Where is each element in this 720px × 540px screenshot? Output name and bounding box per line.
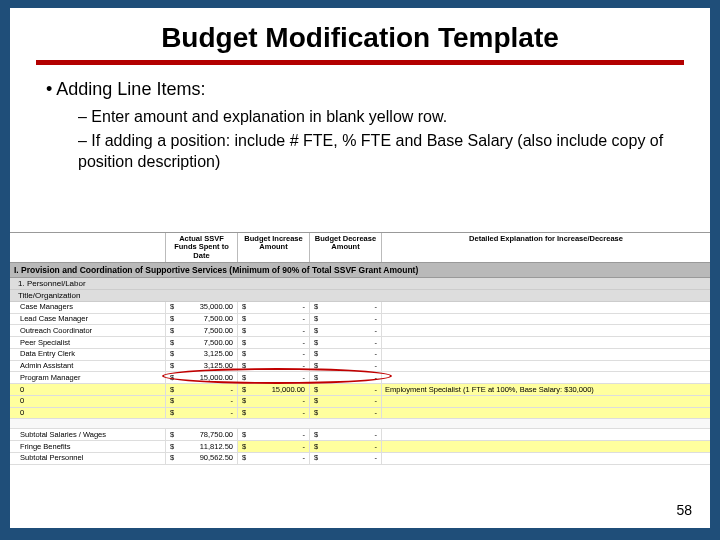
table-row-yellow: 0$-$-$- bbox=[10, 408, 710, 420]
subtotal-b: $- bbox=[238, 429, 310, 440]
row-label: Admin Assistant bbox=[10, 361, 166, 372]
subtotal-personnel-row: Subtotal Personnel $90,562.50 $- $- bbox=[10, 453, 710, 465]
table-row: Peer Specialist$7,500.00$-$- bbox=[10, 337, 710, 349]
table-row: Case Managers$35,000.00$-$- bbox=[10, 302, 710, 314]
fringe-c: $- bbox=[310, 441, 382, 452]
row-explanation bbox=[382, 314, 710, 325]
table-row: Outreach Coordinator$7,500.00$-$- bbox=[10, 325, 710, 337]
cell: $- bbox=[238, 361, 310, 372]
row-explanation bbox=[382, 396, 710, 407]
cell: $- bbox=[310, 337, 382, 348]
row-explanation bbox=[382, 337, 710, 348]
cell: $- bbox=[166, 408, 238, 419]
slide: Budget Modification Template Adding Line… bbox=[10, 8, 710, 528]
bullet-level2-a: Enter amount and explanation in blank ye… bbox=[78, 106, 674, 128]
row-label: 0 bbox=[10, 396, 166, 407]
cell: $- bbox=[310, 325, 382, 336]
table-row: Data Entry Clerk$3,125.00$-$- bbox=[10, 349, 710, 361]
cell: $7,500.00 bbox=[166, 314, 238, 325]
row-explanation bbox=[382, 302, 710, 313]
row-explanation: Employment Specialist (1 FTE at 100%, Ba… bbox=[382, 384, 710, 395]
cell: $3,125.00 bbox=[166, 349, 238, 360]
row-label: 0 bbox=[10, 408, 166, 419]
group-title-org: Title/Organization bbox=[10, 290, 710, 302]
fringe-label: Fringe Benefits bbox=[10, 441, 166, 452]
spreadsheet: Actual SSVF Funds Spent to Date Budget I… bbox=[10, 232, 710, 465]
header-decrease: Budget Decrease Amount bbox=[310, 233, 382, 262]
cell: $7,500.00 bbox=[166, 325, 238, 336]
row-explanation bbox=[382, 361, 710, 372]
title-underline bbox=[36, 60, 684, 65]
row-label: Lead Case Manager bbox=[10, 314, 166, 325]
bullet-list: Adding Line Items: Enter amount and expl… bbox=[10, 79, 710, 173]
cell: $- bbox=[310, 396, 382, 407]
row-explanation bbox=[382, 325, 710, 336]
cell: $- bbox=[238, 372, 310, 383]
cell: $- bbox=[238, 325, 310, 336]
subtotal-label: Subtotal Salaries / Wages bbox=[10, 429, 166, 440]
subtotal-salaries-row: Subtotal Salaries / Wages $78,750.00 $- … bbox=[10, 429, 710, 441]
cell: $- bbox=[310, 408, 382, 419]
subtotal-personnel-label: Subtotal Personnel bbox=[10, 453, 166, 464]
cell: $- bbox=[310, 384, 382, 395]
cell: $- bbox=[238, 396, 310, 407]
header-blank bbox=[10, 233, 166, 262]
table-row: Admin Assistant$3,125.00$-$- bbox=[10, 361, 710, 373]
blank-row bbox=[10, 419, 710, 429]
fringe-b: $- bbox=[238, 441, 310, 452]
row-explanation bbox=[382, 349, 710, 360]
row-label: Peer Specialist bbox=[10, 337, 166, 348]
cell: $3,125.00 bbox=[166, 361, 238, 372]
column-headers: Actual SSVF Funds Spent to Date Budget I… bbox=[10, 232, 710, 263]
cell: $- bbox=[310, 314, 382, 325]
row-label: Outreach Coordinator bbox=[10, 325, 166, 336]
group-personnel: 1. Personnel/Labor bbox=[10, 278, 710, 290]
row-label: Program Manager bbox=[10, 372, 166, 383]
row-label: Case Managers bbox=[10, 302, 166, 313]
slide-title: Budget Modification Template bbox=[10, 8, 710, 60]
cell: $- bbox=[310, 302, 382, 313]
row-explanation bbox=[382, 372, 710, 383]
section-header: I. Provision and Coordination of Support… bbox=[10, 263, 710, 278]
bullet-level2-b: If adding a position: include # FTE, % F… bbox=[78, 130, 674, 173]
fringe-a: $11,812.50 bbox=[166, 441, 238, 452]
cell: $- bbox=[238, 314, 310, 325]
cell: $7,500.00 bbox=[166, 337, 238, 348]
table-row: Program Manager$15,000.00$-$- bbox=[10, 372, 710, 384]
page-number: 58 bbox=[676, 502, 692, 518]
cell: $- bbox=[166, 396, 238, 407]
row-explanation bbox=[382, 408, 710, 419]
cell: $- bbox=[310, 372, 382, 383]
subtotal-c: $- bbox=[310, 429, 382, 440]
table-row: Lead Case Manager$7,500.00$-$- bbox=[10, 314, 710, 326]
bullet-level1: Adding Line Items: bbox=[46, 79, 674, 100]
row-label: Data Entry Clerk bbox=[10, 349, 166, 360]
cell: $35,000.00 bbox=[166, 302, 238, 313]
header-increase: Budget Increase Amount bbox=[238, 233, 310, 262]
header-actual: Actual SSVF Funds Spent to Date bbox=[166, 233, 238, 262]
cell: $15,000.00 bbox=[166, 372, 238, 383]
subtotal-a: $78,750.00 bbox=[166, 429, 238, 440]
subtotalp-c: $- bbox=[310, 453, 382, 464]
cell: $- bbox=[238, 337, 310, 348]
cell: $- bbox=[166, 384, 238, 395]
cell: $- bbox=[238, 349, 310, 360]
cell: $- bbox=[238, 302, 310, 313]
subtotalp-b: $- bbox=[238, 453, 310, 464]
header-explanation: Detailed Explanation for Increase/Decrea… bbox=[382, 233, 710, 262]
cell: $- bbox=[238, 408, 310, 419]
cell: $- bbox=[310, 349, 382, 360]
subtotalp-a: $90,562.50 bbox=[166, 453, 238, 464]
fringe-row: Fringe Benefits $11,812.50 $- $- bbox=[10, 441, 710, 453]
row-label: 0 bbox=[10, 384, 166, 395]
table-row-yellow: 0$-$15,000.00$-Employment Specialist (1 … bbox=[10, 384, 710, 396]
table-row-yellow: 0$-$-$- bbox=[10, 396, 710, 408]
cell: $15,000.00 bbox=[238, 384, 310, 395]
cell: $- bbox=[310, 361, 382, 372]
